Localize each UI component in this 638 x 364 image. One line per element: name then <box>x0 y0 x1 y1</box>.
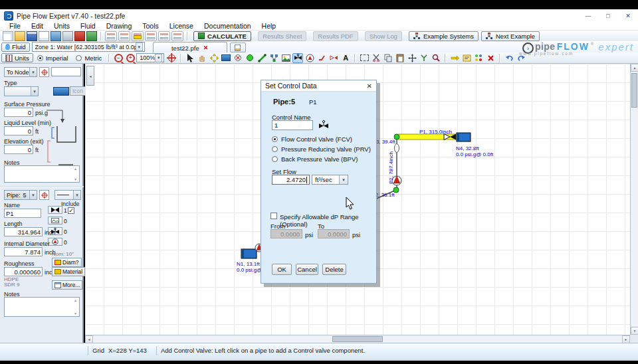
pdf-icon[interactable] <box>74 31 85 41</box>
example-systems-button[interactable]: Example Systems <box>409 31 478 41</box>
flow-demand-icon[interactable] <box>328 53 339 63</box>
scroll-left-icon[interactable]: ◄ <box>85 335 93 343</box>
paste-icon[interactable] <box>395 53 405 63</box>
delete-icon[interactable] <box>485 53 496 63</box>
move-items-icon[interactable] <box>209 53 219 63</box>
toggle-calc-icon[interactable] <box>171 31 183 41</box>
icon-button[interactable]: Icon <box>70 86 86 96</box>
text-tool-icon[interactable]: A <box>340 53 351 63</box>
imperial-radio[interactable]: Imperial <box>37 54 68 62</box>
show-nodes-icon[interactable] <box>473 53 484 63</box>
pipe-selector[interactable]: Pipe:5▼ <box>4 190 37 200</box>
valves-count-button[interactable] <box>48 206 62 214</box>
liquid-level-input[interactable]: 0 <box>4 126 33 136</box>
diameter-input[interactable]: 7.874 <box>4 247 43 256</box>
zoom-target-icon[interactable] <box>166 53 177 63</box>
join-node-icon[interactable] <box>233 53 243 63</box>
add-node-icon[interactable] <box>245 53 255 63</box>
toggle-pipes-icon[interactable] <box>132 31 144 41</box>
results-pdf-button[interactable]: Results PDF <box>313 31 358 41</box>
pan-hand-icon[interactable] <box>197 53 207 63</box>
line-style-select[interactable]: ▼ <box>54 190 81 200</box>
show-log-button[interactable]: Show Log <box>365 31 402 41</box>
check-valve-icon[interactable] <box>316 53 327 63</box>
pipe-name-input[interactable]: P1 <box>4 209 41 218</box>
roughness-input[interactable]: 0.000060 <box>4 267 43 276</box>
horizontal-scrollbar[interactable]: ◄ ► <box>85 335 630 343</box>
bpv-radio[interactable]: Back Pressure Valve (BPV) <box>272 155 358 163</box>
vertical-scrollbar[interactable]: ▲ ▼ <box>630 64 638 335</box>
ok-button[interactable]: OK <box>272 264 292 275</box>
show-flows-icon[interactable] <box>449 53 460 63</box>
menu-file[interactable]: File <box>4 22 26 30</box>
tab-close-icon[interactable]: ✕ <box>203 45 209 51</box>
results-sheet-button[interactable]: Results Sheet <box>258 31 306 41</box>
control-name-input[interactable]: 1 <box>272 120 313 130</box>
set-flow-input[interactable]: 2.4720 <box>272 175 310 185</box>
zoom-level-select[interactable]: 100% ▼ <box>136 53 164 62</box>
minimize-button[interactable]: — <box>578 9 598 22</box>
fluid-button[interactable]: Fluid <box>1 43 30 52</box>
copy-icon[interactable] <box>383 53 393 63</box>
menu-documentation[interactable]: Documentation <box>199 22 257 30</box>
select-area-icon[interactable] <box>359 53 370 63</box>
pipe-locate-button[interactable] <box>39 190 49 200</box>
cut-icon[interactable] <box>371 53 381 63</box>
include-checkbox[interactable]: ✓ <box>68 207 74 214</box>
material-button[interactable]: Material <box>52 267 85 276</box>
horizontal-scroll-thumb[interactable] <box>332 336 383 342</box>
resize-icon[interactable] <box>407 53 417 63</box>
close-button[interactable]: ✕ <box>618 9 638 22</box>
scroll-down-icon[interactable]: ▼ <box>631 327 638 335</box>
document-tab[interactable]: test22.pfe ✕ <box>153 42 227 53</box>
more-button[interactable]: More... <box>52 280 82 290</box>
fcv-radio[interactable]: Flow Control Valve (FCV) <box>272 136 352 143</box>
zoom-in-icon[interactable]: + <box>125 53 136 63</box>
metric-radio[interactable]: Metric <box>76 54 102 62</box>
pumps-count-button[interactable] <box>48 238 62 246</box>
add-pipe-icon[interactable] <box>257 53 267 63</box>
elevation-input[interactable]: 0 <box>4 145 33 154</box>
print-icon[interactable] <box>62 31 73 41</box>
send-icon[interactable] <box>51 31 61 41</box>
next-example-button[interactable]: Next Example <box>481 31 540 41</box>
cancel-button[interactable]: Cancel <box>296 264 318 275</box>
fluid-zone-select[interactable]: Zone 1: Water [62.303105 lb/ft³ at 0.0ps… <box>32 42 145 52</box>
add-control-valve-icon[interactable] <box>292 53 303 63</box>
new-tab-button[interactable] <box>230 43 246 52</box>
surface-pressure-input[interactable]: 0 <box>4 108 33 117</box>
sidebar-collapse-button[interactable] <box>86 66 94 86</box>
add-component-icon[interactable] <box>268 53 279 63</box>
email-icon[interactable] <box>39 31 49 41</box>
menu-drawing[interactable]: Drawing <box>101 22 138 30</box>
pipe-notes-textarea[interactable]: ▲▼ <box>4 297 80 317</box>
menu-fluid[interactable]: Fluid <box>75 22 101 30</box>
split-pipe-icon[interactable] <box>419 53 429 63</box>
toggle-items-icon[interactable] <box>158 31 170 41</box>
node-selector[interactable]: To Node▼ <box>4 67 37 77</box>
node-notes-textarea[interactable]: ▲▼ <box>4 165 80 183</box>
vertical-scroll-thumb[interactable] <box>631 73 637 108</box>
add-tank-icon[interactable] <box>221 53 231 63</box>
scroll-up-icon[interactable]: ▲ <box>631 64 638 72</box>
images-count-button[interactable] <box>48 217 62 225</box>
menu-edit[interactable]: Edit <box>26 22 49 30</box>
length-input[interactable]: 314.964 <box>4 227 43 236</box>
new-file-icon[interactable] <box>3 31 13 41</box>
dialog-title-bar[interactable]: Set Control Data ✕ <box>261 80 376 92</box>
node-locate-button[interactable] <box>39 67 49 77</box>
menu-license[interactable]: License <box>164 22 199 30</box>
diameter-button[interactable]: Diam? <box>52 258 82 267</box>
flow-units-select[interactable]: ft³/sec▼ <box>312 175 348 185</box>
save-icon[interactable] <box>27 31 37 41</box>
open-file-icon[interactable] <box>15 31 25 41</box>
select-cursor-icon[interactable] <box>185 53 195 63</box>
show-labels-icon[interactable] <box>461 53 472 63</box>
zoom-out-icon[interactable]: – <box>113 53 124 63</box>
prv-radio[interactable]: Pressure Reducing Valve (PRV) <box>272 145 371 153</box>
menu-tools[interactable]: Tools <box>137 22 164 30</box>
dialog-close-icon[interactable]: ✕ <box>367 82 372 90</box>
dp-range-checkbox[interactable] <box>270 213 277 219</box>
node-search-input[interactable] <box>51 67 81 76</box>
menu-units[interactable]: Units <box>49 22 75 30</box>
